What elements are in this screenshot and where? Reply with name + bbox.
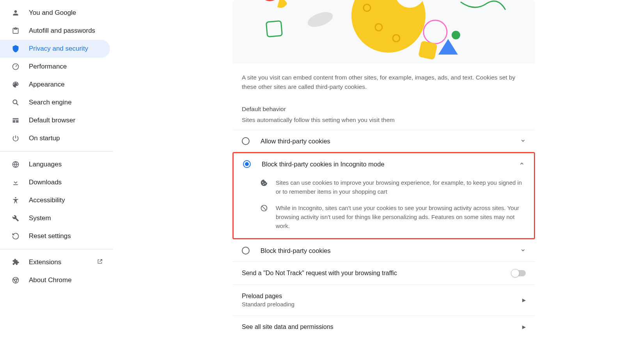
sidebar-divider [0,249,113,249]
svg-point-14 [452,31,460,39]
sidebar-item-autofill[interactable]: Autofill and passwords [0,22,110,40]
svg-point-3 [15,197,16,198]
cookie-icon [260,179,268,187]
sidebar-item-label: Reset settings [29,232,71,240]
external-link-icon [97,258,103,266]
extension-icon [12,258,20,266]
sidebar-divider [0,151,113,152]
sidebar-item-label: You and Google [29,9,76,17]
hero-illustration [232,0,535,64]
option-expanded-details: Sites can use cookies to improve your br… [234,175,534,238]
svg-point-6 [351,0,425,53]
sidebar-item-accessibility[interactable]: Accessibility [0,191,110,209]
sidebar-item-you-and-google[interactable]: You and Google [0,4,110,22]
sidebar-item-reset-settings[interactable]: Reset settings [0,227,110,245]
chevron-up-icon[interactable] [519,161,525,168]
sidebar-item-label: About Chrome [29,276,72,284]
sidebar-item-about-chrome[interactable]: About Chrome [0,271,110,289]
info-text: Sites can use cookies to improve your br… [276,178,525,196]
sidebar-item-label: Default browser [29,117,75,124]
sidebar-item-label: Languages [29,161,62,168]
sidebar-item-label: Performance [29,63,67,71]
sidebar-item-label: Appearance [29,81,65,88]
info-text: While in Incognito, sites can't use your… [276,203,525,231]
row-do-not-track[interactable]: Send a "Do Not Track" request with your … [232,262,535,284]
sidebar-item-appearance[interactable]: Appearance [0,76,110,94]
svg-rect-15 [418,41,438,60]
chevron-down-icon[interactable] [520,138,526,145]
sidebar-item-label: System [29,214,51,222]
palette-icon [12,81,20,88]
sidebar-item-downloads[interactable]: Downloads [0,173,110,191]
radio-unselected-icon [242,137,250,145]
accessibility-icon [12,196,20,204]
sidebar-item-label: Autofill and passwords [29,27,95,35]
speedometer-icon [12,63,20,71]
sidebar-item-extensions[interactable]: Extensions [0,253,110,271]
clipboard-icon [12,27,20,35]
option-label: Block third-party cookies [261,247,520,254]
sidebar-item-default-browser[interactable]: Default browser [0,111,110,129]
sidebar-item-performance[interactable]: Performance [0,58,110,76]
sidebar-item-label: Search engine [29,99,72,106]
cookies-description: A site you visit can embed content from … [232,64,535,92]
sidebar-item-label: Accessibility [29,196,65,204]
person-icon [12,9,20,17]
row-label: Preload pages [242,293,294,300]
svg-point-1 [13,100,17,104]
power-icon [12,134,20,142]
sidebar-item-label: Downloads [29,178,62,186]
row-see-all-site-data[interactable]: See all site data and permissions ▶ [232,315,535,338]
arrow-right-icon: ▶ [522,297,526,303]
svg-point-12 [306,9,335,30]
block-icon [260,204,268,212]
sidebar-item-label: Privacy and security [29,45,88,53]
option-allow-cookies[interactable]: Allow third-party cookies [232,130,535,152]
toggle-off[interactable] [512,270,526,276]
sidebar-item-label: Extensions [29,258,61,266]
chevron-down-icon[interactable] [520,247,526,254]
svg-rect-11 [266,21,282,37]
option-label: Block third-party cookies in Incognito m… [262,161,519,168]
arrow-right-icon: ▶ [522,324,526,330]
download-icon [12,178,20,186]
reset-icon [12,232,20,240]
shield-icon [12,45,20,53]
settings-main-panel: A site you visit can embed content from … [232,0,535,338]
row-label: Send a "Do Not Track" request with your … [242,270,397,277]
default-behavior-title: Default behavior [232,92,535,117]
default-behavior-subtitle: Sites automatically follow this setting … [232,117,535,130]
row-preload-pages[interactable]: Preload pages Standard preloading ▶ [232,284,535,315]
settings-sidebar: You and Google Autofill and passwords Pr… [0,4,113,289]
browser-icon [12,117,20,124]
wrench-icon [12,214,20,222]
sidebar-item-label: On startup [29,134,60,142]
row-label: See all site data and permissions [242,323,333,330]
sidebar-item-languages[interactable]: Languages [0,155,110,173]
sidebar-item-search-engine[interactable]: Search engine [0,94,110,111]
option-block-cookies[interactable]: Block third-party cookies [232,239,535,262]
option-block-incognito[interactable]: Block third-party cookies in Incognito m… [234,153,534,175]
sidebar-item-privacy-security[interactable]: Privacy and security [0,40,110,58]
sidebar-item-system[interactable]: System [0,209,110,227]
svg-point-13 [424,20,447,44]
search-icon [12,99,20,106]
highlighted-selection: Block third-party cookies in Incognito m… [232,152,535,239]
sidebar-item-on-startup[interactable]: On startup [0,129,110,147]
option-label: Allow third-party cookies [261,138,520,145]
chrome-icon [12,276,20,284]
radio-selected-icon [243,160,251,168]
row-sublabel: Standard preloading [242,301,294,307]
radio-unselected-icon [242,247,250,254]
globe-icon [12,161,20,168]
